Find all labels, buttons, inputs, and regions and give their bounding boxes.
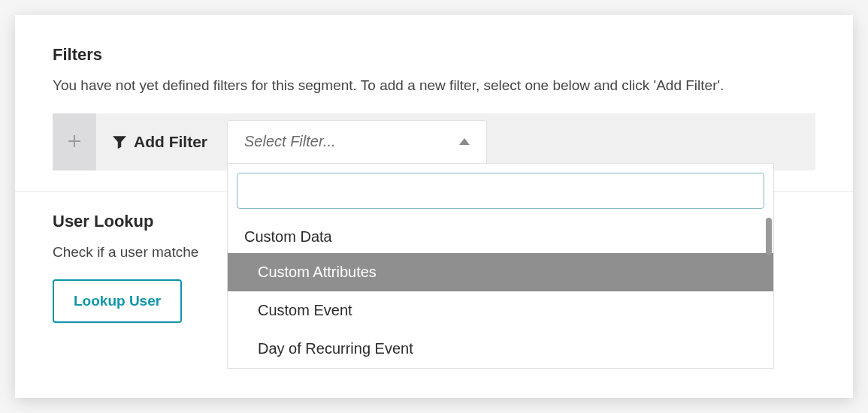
dropdown-search-wrapper: [228, 164, 773, 218]
add-filter-label: Add Filter: [96, 133, 224, 151]
add-filter-plus-button[interactable]: [53, 113, 96, 170]
add-filter-text: Add Filter: [134, 133, 207, 151]
funnel-icon: [113, 135, 126, 149]
dropdown-search-input[interactable]: [237, 173, 764, 209]
dropdown-scrollbar[interactable]: [766, 218, 772, 368]
dropdown-item-day-recurring-event[interactable]: Day of Recurring Event: [228, 330, 773, 368]
lookup-user-button[interactable]: Lookup User: [53, 279, 182, 323]
dropdown-item-custom-event[interactable]: Custom Event: [228, 291, 773, 330]
filter-select-wrapper: Select Filter... Custom Data Custom Attr…: [227, 120, 487, 164]
panel: Filters You have not yet defined filters…: [15, 15, 853, 398]
filters-title: Filters: [53, 45, 815, 65]
filter-dropdown: Custom Data Custom Attributes Custom Eve…: [227, 163, 774, 369]
caret-up-icon: [459, 138, 470, 145]
dropdown-item-custom-attributes[interactable]: Custom Attributes: [228, 253, 773, 291]
dropdown-list[interactable]: Custom Data Custom Attributes Custom Eve…: [228, 218, 773, 368]
filter-select[interactable]: Select Filter...: [227, 120, 487, 164]
filters-section: Filters You have not yet defined filters…: [15, 15, 853, 191]
dropdown-group-header: Custom Data: [228, 218, 773, 253]
dropdown-scrollbar-thumb[interactable]: [766, 218, 772, 255]
filter-bar: Add Filter Select Filter... Custom Data …: [53, 113, 815, 170]
filter-select-placeholder: Select Filter...: [244, 133, 336, 150]
plus-icon: [68, 132, 80, 152]
filters-description: You have not yet defined filters for thi…: [53, 75, 815, 97]
